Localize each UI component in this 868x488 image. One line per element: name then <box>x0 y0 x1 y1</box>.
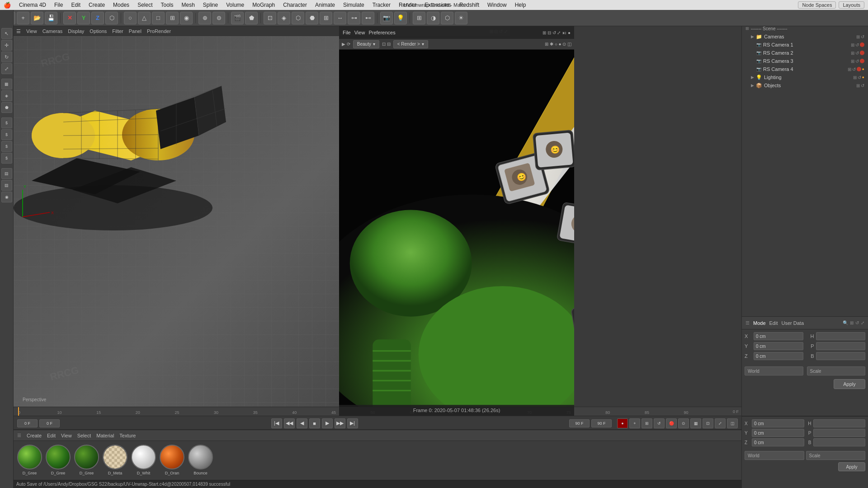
scene-rscamera2[interactable]: 📷 RS Camera 2 ⊞ ↺ <box>744 49 866 57</box>
tab-user-data[interactable]: User Data <box>782 320 804 326</box>
mat-create[interactable]: Create <box>27 433 42 438</box>
render-btn[interactable]: < Render > ▾ <box>393 40 428 48</box>
btn-play-forward[interactable]: ▶ <box>322 418 333 428</box>
props-hamburger[interactable]: ☰ <box>745 320 750 325</box>
menu-tools[interactable]: Tools <box>157 1 177 9</box>
input-z[interactable]: 0 cm <box>754 352 803 360</box>
mat-hamburger[interactable]: ☰ <box>17 433 21 438</box>
btn-extra5[interactable]: ⊙ <box>678 418 689 428</box>
mat-swatch-6[interactable]: D_Oran <box>160 445 184 475</box>
tb-camera[interactable]: 📷 <box>380 12 393 24</box>
menu-simulate[interactable]: Simulate <box>340 1 368 9</box>
menu-animate[interactable]: Animate <box>311 1 339 9</box>
btn-stop[interactable]: ■ <box>309 418 320 428</box>
tool-scale[interactable]: ⤢ <box>1 63 12 74</box>
btn-record[interactable]: ● <box>617 418 628 428</box>
tb-extra5[interactable]: ⊞ <box>320 12 332 24</box>
end-frame-input2[interactable]: 90 F <box>591 419 612 427</box>
btn-extra6[interactable]: ▦ <box>690 418 701 428</box>
mat-texture[interactable]: Texture <box>119 433 136 438</box>
tb-edge[interactable]: △ <box>138 12 151 24</box>
br-world-dropdown[interactable]: World <box>745 451 804 460</box>
btn-extra9[interactable]: ◫ <box>727 418 738 428</box>
btn-play-backward[interactable]: ◀ <box>297 418 307 428</box>
tool-2[interactable]: ◈ <box>1 90 12 101</box>
menu-spline[interactable]: Spline <box>199 1 222 9</box>
vp-hamburger[interactable]: ☰ <box>16 28 21 34</box>
br-input-b[interactable] <box>813 438 866 446</box>
current-frame-input[interactable]: 0 F <box>17 419 38 427</box>
tb-extra7[interactable]: ⊶ <box>348 12 360 24</box>
mat-swatch-3[interactable]: D_Gree <box>74 445 99 475</box>
btn-extra1[interactable]: + <box>629 418 640 428</box>
mat-swatch-2[interactable]: D_Gree <box>46 445 71 475</box>
br-apply-button[interactable]: Apply <box>838 462 865 471</box>
layouts-dropdown[interactable]: Layouts <box>839 1 864 9</box>
btn-extra8[interactable]: ⤢ <box>715 418 726 428</box>
mat-swatch-bounce[interactable]: Bounce <box>188 445 213 475</box>
tool-select[interactable]: ↖ <box>1 28 12 39</box>
tool-9[interactable]: ▤ <box>1 180 12 191</box>
tool-7[interactable]: $ <box>1 153 12 164</box>
tab-mode[interactable]: Mode <box>753 320 766 326</box>
btn-extra4[interactable]: 🔴 <box>666 418 677 428</box>
tool-4[interactable]: $ <box>1 117 12 128</box>
btn-extra2[interactable]: ⊞ <box>642 418 652 428</box>
mat-swatch-1[interactable]: D_Gree <box>17 445 42 475</box>
menu-tracker[interactable]: Tracker <box>369 1 394 9</box>
input-h[interactable] <box>816 332 866 340</box>
vp-tab-view[interactable]: View <box>26 28 37 34</box>
input-x[interactable]: 0 cm <box>754 332 803 340</box>
vp-tab-panel[interactable]: Panel <box>129 28 142 34</box>
tool-rotate[interactable]: ↻ <box>1 52 12 62</box>
menu-help[interactable]: Help <box>511 1 530 9</box>
tb-object[interactable]: ○ <box>124 12 137 24</box>
scene-lighting[interactable]: ▶ 💡 Lighting ⊞ ↺ ● <box>744 73 866 81</box>
btn-goto-start[interactable]: |◀ <box>271 418 282 428</box>
scene-objects[interactable]: ▶ 📦 Objects ⊞ ↺ <box>744 81 866 89</box>
tb-z[interactable]: Z <box>91 12 104 24</box>
input-y[interactable]: 0 cm <box>754 342 803 350</box>
tb-y[interactable]: Y <box>77 12 90 24</box>
tb-poly[interactable]: □ <box>152 12 165 24</box>
vp-tab-prorender[interactable]: ProRender <box>147 28 171 34</box>
tb-sun[interactable]: ☀ <box>455 12 467 24</box>
node-spaces-dropdown[interactable]: Node Spaces <box>798 1 836 9</box>
menu-volume[interactable]: Volume <box>222 1 248 9</box>
mat-edit[interactable]: Edit <box>47 433 56 438</box>
scene-rscamera1[interactable]: 📷 RS Camera 1 ⊞ ↺ <box>744 41 866 49</box>
btn-next-frame[interactable]: ▶▶ <box>335 418 345 428</box>
menu-window[interactable]: Window <box>484 1 510 9</box>
tb-extra8[interactable]: ⊷ <box>362 12 374 24</box>
vp-tab-display[interactable]: Display <box>68 28 84 34</box>
tb-extra2[interactable]: ◈ <box>278 12 290 24</box>
tool-move[interactable]: ✛ <box>1 40 12 51</box>
tool-5[interactable]: $ <box>1 129 12 140</box>
menu-mograph[interactable]: MoGraph <box>249 1 278 9</box>
start-frame-input[interactable]: 0 F <box>39 419 60 427</box>
tb-point[interactable]: ◉ <box>180 12 193 24</box>
scene-rscamera4[interactable]: 📷 RS Camera 4 ⊞ ↺ ● <box>744 65 866 73</box>
br-scale-dropdown[interactable]: Scale <box>806 451 866 460</box>
mat-select[interactable]: Select <box>77 433 91 438</box>
tb-shading[interactable]: ◑ <box>427 12 439 24</box>
tb-new[interactable]: + <box>17 12 29 24</box>
render-file-menu[interactable]: File <box>343 30 351 35</box>
mat-swatch-5[interactable]: D_Whit <box>131 445 156 475</box>
br-input-x[interactable]: 0 cm <box>752 419 804 427</box>
end-frame-input[interactable]: 90 F <box>569 419 590 427</box>
input-b[interactable] <box>816 352 866 360</box>
apply-button[interactable]: Apply <box>834 379 865 389</box>
menu-mesh[interactable]: Mesh <box>178 1 198 9</box>
mat-material[interactable]: Material <box>96 433 114 438</box>
tb-extra4[interactable]: ⬣ <box>306 12 318 24</box>
tool-1[interactable]: ▦ <box>1 79 12 89</box>
render-view-menu[interactable]: View <box>354 30 365 35</box>
vp-tab-options[interactable]: Options <box>90 28 107 34</box>
tb-sym[interactable]: ⊜ <box>212 12 225 24</box>
tool-8[interactable]: ▤ <box>1 168 12 179</box>
btn-prev-frame[interactable]: ◀◀ <box>284 418 295 428</box>
render-beauty-dropdown[interactable]: Beauty ▾ <box>353 40 379 48</box>
tool-10[interactable]: ◉ <box>1 192 12 202</box>
scale-dropdown[interactable]: Scale <box>807 366 866 375</box>
